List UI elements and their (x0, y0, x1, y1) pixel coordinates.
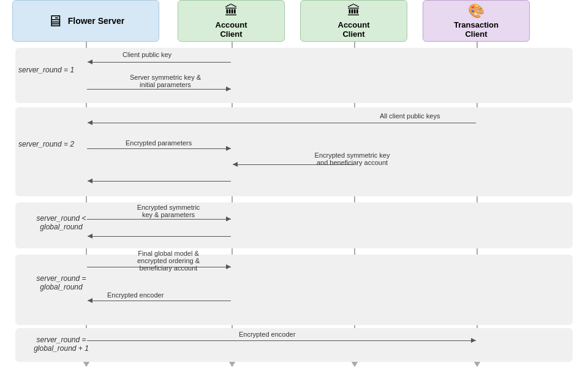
arrow-encrypted-params (87, 148, 231, 149)
arrow-client-public-key (88, 62, 231, 63)
label-server-sym-key: Server symmetric key &initial parameters (116, 74, 214, 88)
lane-3-label: server_round <global_round (18, 214, 104, 231)
account-client-1-label: AccountClient (216, 20, 247, 39)
label-enc-sym-key-beneficiary: Encrypted symmetric keyand beneficiary a… (300, 151, 404, 166)
arrow-enc-sym-params-back (88, 236, 231, 237)
label-final-global-model: Final global model &encrypted ordering &… (119, 250, 217, 272)
lane-round-1 (15, 48, 573, 103)
arrow-all-client-keys (88, 123, 476, 123)
arrow-enc-encoder-long (87, 340, 476, 341)
label-client-public-key: Client public key (123, 51, 172, 58)
lane-2-label: server_round = 2 (18, 140, 74, 148)
actor-flower-server: 🖥 Flower Server (12, 0, 159, 42)
lane-5-label: server_round =global_round + 1 (18, 335, 104, 353)
flower-server-label: Flower Server (68, 16, 125, 26)
label-enc-encoder-long: Encrypted encoder (239, 331, 295, 338)
arrow-enc-encoder-1 (88, 301, 231, 301)
arrow-enc-sym-params (87, 219, 231, 220)
actor-account-client-1: 🏛 AccountClient (178, 0, 285, 42)
transaction-client-icon: 🎨 (468, 3, 484, 19)
lane-round-2 (15, 107, 573, 196)
account-client-2-icon: 🏛 (347, 3, 361, 19)
label-all-client-keys: All client public keys (380, 112, 440, 120)
actor-account-client-2: 🏛 AccountClient (300, 0, 407, 42)
actor-transaction-client: 🎨 TransactionClient (423, 0, 530, 42)
arrow-enc-params-back (88, 181, 231, 182)
label-enc-encoder-1: Encrypted encoder (107, 291, 164, 299)
lane-4-label: server_round =global_round (18, 274, 104, 291)
lane-1-label: server_round = 1 (18, 66, 74, 74)
label-encrypted-params: Encrypted parameters (126, 139, 192, 147)
sequence-diagram: 🖥 Flower Server 🏛 AccountClient 🏛 Accoun… (0, 0, 588, 368)
transaction-client-label: TransactionClient (454, 20, 499, 39)
account-client-2-label: AccountClient (338, 20, 370, 39)
flower-server-icon: 🖥 (47, 12, 63, 31)
arrow-server-sym-key (87, 89, 231, 90)
label-enc-sym-params: Encrypted symmetrickey & parameters (119, 204, 217, 218)
account-client-1-icon: 🏛 (225, 3, 238, 19)
